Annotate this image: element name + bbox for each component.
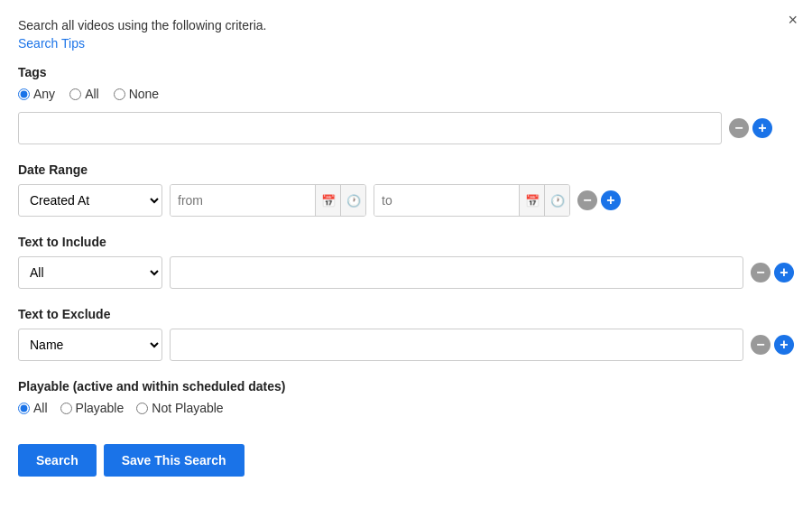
date-range-label: Date Range [18,162,794,177]
text-exclude-row: Name All Description Tags − + [18,329,794,361]
text-include-add-button[interactable]: + [774,263,794,283]
playable-label: Playable (active and within scheduled da… [18,379,794,394]
text-exclude-input[interactable] [170,329,743,361]
tags-option-any[interactable]: Any [18,87,55,101]
playable-radio-not-playable[interactable] [136,403,148,414]
text-include-label: Text to Include [18,235,794,249]
text-include-remove-button[interactable]: − [751,263,770,283]
playable-radio-group: All Playable Not Playable [18,401,794,415]
tags-radio-any[interactable] [18,88,30,100]
tags-section: Tags Any All None − + [18,65,794,144]
text-exclude-label: Text to Exclude [18,307,794,321]
playable-option-playable[interactable]: Playable [60,401,125,415]
playable-radio-playable[interactable] [60,403,72,414]
tags-add-button[interactable]: + [752,118,772,138]
date-to-input[interactable] [374,185,519,216]
tags-option-all[interactable]: All [69,87,99,101]
search-tips-link[interactable]: Search Tips [18,36,85,51]
date-from-wrapper: 📅 🕐 [170,184,366,217]
date-field-select[interactable]: Created At Updated At Published At [18,184,162,217]
text-include-row-controls: − + [751,263,794,283]
date-remove-button[interactable]: − [577,190,597,210]
date-to-wrapper: 📅 🕐 [374,184,570,217]
tags-label-none: None [129,87,159,101]
tags-label: Tags [18,65,794,79]
playable-label-playable: Playable [76,401,125,415]
playable-section: Playable (active and within scheduled da… [18,379,794,415]
date-to-calendar-icon[interactable]: 📅 [519,185,544,216]
text-include-row: All Name Description Tags − + [18,256,794,289]
date-from-calendar-icon[interactable]: 📅 [315,185,340,216]
tags-label-all: All [85,87,99,101]
tags-input-row: − + [18,112,794,144]
close-button[interactable]: × [788,11,798,30]
tags-row-controls: − + [729,118,772,138]
text-exclude-row-controls: − + [751,335,794,355]
playable-label-not-playable: Not Playable [152,401,223,415]
text-include-input[interactable] [170,256,743,289]
date-to-clock-icon[interactable]: 🕐 [544,185,569,216]
text-exclude-add-button[interactable]: + [774,335,794,355]
date-from-clock-icon[interactable]: 🕐 [340,185,365,216]
tags-input[interactable] [18,112,722,144]
tags-option-none[interactable]: None [114,87,159,101]
playable-option-not-playable[interactable]: Not Playable [136,401,223,415]
bottom-buttons: Search Save This Search [18,440,794,477]
intro-text: Search all videos using the following cr… [18,18,794,32]
date-add-button[interactable]: + [601,190,621,210]
tags-radio-none[interactable] [114,88,125,100]
text-include-field-select[interactable]: All Name Description Tags [18,256,162,289]
text-include-section: Text to Include All Name Description Tag… [18,235,794,289]
text-exclude-remove-button[interactable]: − [751,335,770,355]
tags-label-any: Any [33,87,55,101]
search-button[interactable]: Search [18,444,97,477]
playable-option-all[interactable]: All [18,401,48,415]
date-row-controls: − + [577,190,621,210]
tags-remove-button[interactable]: − [729,118,749,138]
playable-label-all: All [33,401,48,415]
date-range-section: Date Range Created At Updated At Publish… [18,162,794,217]
text-exclude-field-select[interactable]: Name All Description Tags [18,329,162,361]
tags-radio-group: Any All None [18,87,794,101]
playable-radio-all[interactable] [18,403,30,414]
save-search-button[interactable]: Save This Search [104,444,245,477]
text-exclude-section: Text to Exclude Name All Description Tag… [18,307,794,361]
tags-radio-all[interactable] [69,88,81,100]
date-from-input[interactable] [171,185,315,216]
date-range-row: Created At Updated At Published At 📅 🕐 📅… [18,184,794,217]
